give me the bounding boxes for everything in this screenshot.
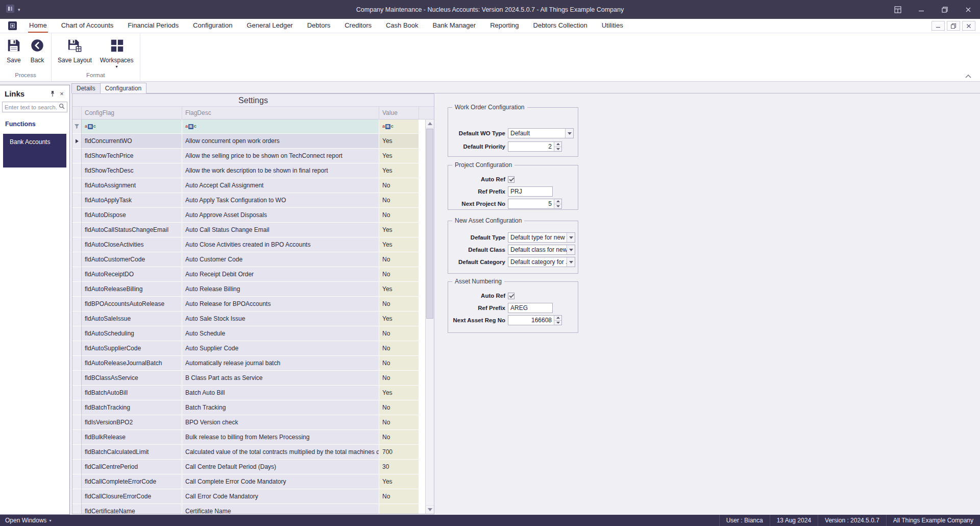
links-items: Bank Accounts	[0, 134, 69, 168]
save-button[interactable]: Save	[2, 37, 26, 64]
spin-up-icon[interactable]	[554, 316, 561, 320]
ribbon-button-label: Save	[7, 57, 20, 64]
open-windows-label: Open Windows	[5, 517, 46, 524]
spin-buttons	[554, 316, 561, 325]
ribbon-tab-utilities[interactable]: Utilities	[595, 19, 630, 33]
ribbon-tab-home[interactable]: Home	[22, 19, 54, 33]
ribbon-tab-bar: HomeChart of AccountsFinancial PeriodsCo…	[0, 19, 980, 33]
open-windows-dropdown[interactable]: Open Windows ▾	[0, 517, 56, 524]
window-controls	[886, 0, 980, 19]
field-row: Default WO TypeDefault	[452, 128, 574, 138]
workspaces-button[interactable]: Workspaces▾	[96, 37, 138, 69]
dropdown-arrow-icon[interactable]	[567, 245, 575, 254]
search-icon[interactable]	[59, 103, 65, 111]
spin-down-icon[interactable]	[554, 147, 561, 152]
back-button[interactable]: Back	[26, 37, 49, 64]
field-label: Default WO Type	[452, 130, 505, 136]
field-label: Default Type	[452, 234, 505, 241]
ribbon-tab-debtors[interactable]: Debtors	[300, 19, 338, 33]
ribbon-tab-chart-of-accounts[interactable]: Chart of Accounts	[54, 19, 121, 33]
default-wo-type-combobox[interactable]: Default	[508, 128, 574, 138]
ribbon-restore-button[interactable]	[947, 21, 960, 31]
auto-ref-checkbox[interactable]	[508, 176, 514, 183]
statusbar-item-version-2024-5-0-7: Version : 2024.5.0.7	[818, 515, 886, 526]
spin-down-icon[interactable]	[554, 204, 561, 209]
search-input[interactable]	[3, 104, 59, 110]
ribbon-toolbar: SaveBackProcessSave LayoutWorkspaces▾For…	[0, 33, 980, 82]
pin-icon[interactable]	[48, 89, 57, 99]
close-button[interactable]	[957, 0, 980, 19]
spinedit-value: 2	[508, 142, 554, 151]
workspaces-icon	[109, 38, 125, 55]
field-row: Ref PrefixPRJ	[452, 186, 574, 197]
restore-button[interactable]	[933, 0, 957, 19]
spin-up-icon[interactable]	[554, 142, 561, 147]
ribbon-group-label: Format	[52, 71, 140, 81]
back-icon	[30, 38, 45, 55]
field-label: Ref Prefix	[452, 305, 505, 311]
ribbon-tab-reporting[interactable]: Reporting	[483, 19, 526, 33]
ribbon-tab-bank-manager[interactable]: Bank Manager	[426, 19, 483, 33]
auto-ref-checkbox[interactable]	[508, 293, 514, 299]
ribbon-minimize-button[interactable]	[932, 21, 945, 31]
ref-prefix-textbox[interactable]: PRJ	[508, 186, 553, 197]
default-priority-spinedit[interactable]: 2	[508, 141, 562, 152]
links-close-icon[interactable]: ×	[57, 89, 66, 99]
default-type-combobox[interactable]: Default type for new ...	[508, 232, 575, 243]
field-row: Next Asset Reg No166608	[452, 315, 574, 325]
ribbon-tab-general-ledger[interactable]: General Ledger	[239, 19, 300, 33]
groupbox-title: Work Order Configuration	[452, 104, 527, 111]
content-area: Links × Functions Bank Accounts DetailsC…	[0, 82, 980, 515]
ribbon-tab-cash-book[interactable]: Cash Book	[379, 19, 426, 33]
groupbox-title: New Asset Configuration	[452, 217, 524, 224]
textbox-value: PRJ	[508, 187, 552, 196]
main-area: DetailsConfiguration Settings ConfigFlag…	[70, 82, 980, 515]
spinedit-value: 5	[508, 199, 554, 208]
quick-access-dropdown-icon[interactable]: ▾	[18, 7, 20, 12]
spin-down-icon[interactable]	[554, 320, 561, 325]
next-asset-reg-no-spinedit[interactable]: 166608	[508, 315, 562, 325]
groupbox-work-order-configuration: Work Order ConfigurationDefault WO TypeD…	[448, 107, 578, 157]
ribbon-tab-configuration[interactable]: Configuration	[186, 19, 239, 33]
app-icon[interactable]	[6, 5, 14, 14]
statusbar-items: User : Bianca13 Aug 2024Version : 2024.5…	[719, 515, 980, 526]
save-layout-button[interactable]: Save Layout	[54, 37, 96, 64]
spin-up-icon[interactable]	[554, 199, 561, 204]
ribbon-tab-debtors-collection[interactable]: Debtors Collection	[526, 19, 595, 33]
dropdown-arrow-icon[interactable]	[567, 233, 575, 242]
next-project-no-spinedit[interactable]: 5	[508, 199, 562, 209]
layout-grid-button[interactable]	[886, 0, 910, 19]
ribbon-tab-financial-periods[interactable]: Financial Periods	[120, 19, 186, 33]
ribbon-window-controls	[932, 21, 975, 31]
save-layout-icon	[67, 38, 82, 55]
nucleus-logo-icon[interactable]	[8, 21, 17, 30]
combobox-value: Default type for new ...	[508, 233, 567, 242]
chevron-down-icon: ▾	[49, 518, 51, 523]
field-row: Next Project No5	[452, 199, 574, 209]
spinedit-value: 166608	[508, 316, 554, 325]
field-label: Auto Ref	[452, 176, 505, 182]
default-class-combobox[interactable]: Default class for new ...	[508, 245, 575, 255]
ribbon-button-label: Back	[31, 57, 44, 64]
groupbox-project-configuration: Project ConfigurationAuto RefRef PrefixP…	[448, 165, 578, 210]
dropdown-arrow-icon[interactable]	[565, 129, 573, 138]
field-label: Next Project No	[452, 201, 505, 207]
window-title: Company Maintenance - Nucleus Accounts: …	[0, 6, 980, 13]
ribbon-collapse-button[interactable]	[964, 73, 973, 80]
ribbon-tab-creditors[interactable]: Creditors	[337, 19, 379, 33]
links-item-bank-accounts[interactable]: Bank Accounts	[3, 134, 66, 168]
field-label: Auto Ref	[452, 293, 505, 299]
quick-access-toolbar: ▾	[0, 5, 20, 14]
field-row: Auto Ref	[452, 174, 574, 184]
default-category-combobox[interactable]: Default category for ...	[508, 257, 575, 267]
field-label: Default Class	[452, 247, 505, 253]
field-label: Ref Prefix	[452, 188, 505, 195]
ribbon-close-button[interactable]	[962, 21, 975, 31]
ribbon-group-label: Process	[0, 71, 51, 81]
ref-prefix-textbox[interactable]: AREG	[508, 303, 553, 313]
groupbox-title: Project Configuration	[452, 161, 514, 169]
minimize-button[interactable]	[910, 0, 933, 19]
functions-section-label: Functions	[0, 112, 69, 130]
dropdown-arrow-icon[interactable]	[567, 257, 575, 267]
ribbon-button-label: Workspaces	[100, 57, 134, 64]
